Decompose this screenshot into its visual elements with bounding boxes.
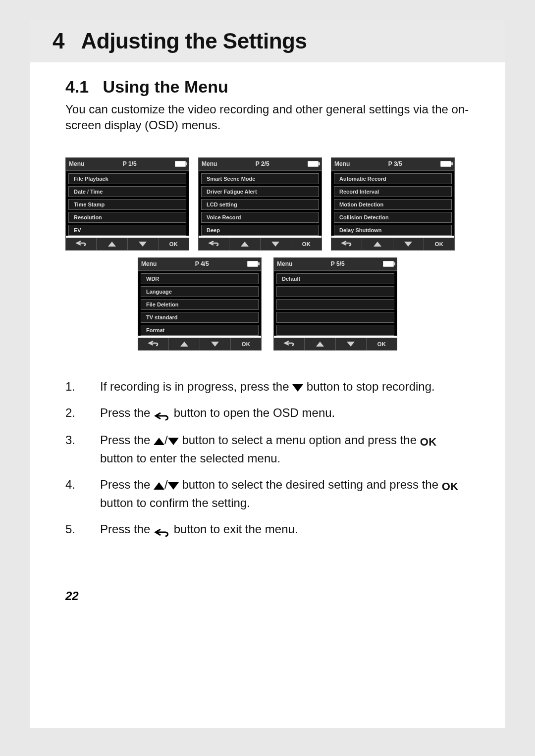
- section-title-text: Using the Menu: [103, 77, 228, 96]
- instruction-step: 1. If recording is in progress, press th…: [65, 378, 470, 396]
- osd-navbar: OK: [331, 238, 454, 250]
- chapter-title: 4 Adjusting the Settings: [53, 29, 307, 53]
- osd-item: Record Interval: [334, 186, 452, 197]
- osd-page-indicator: P 4/5: [157, 260, 247, 267]
- down-icon: [292, 384, 303, 392]
- step-number: 5.: [65, 521, 80, 540]
- step-number: 1.: [65, 378, 80, 396]
- osd-item: Time Stamp: [68, 199, 186, 210]
- down-icon: [200, 338, 231, 350]
- osd-navbar: OK: [199, 238, 321, 250]
- osd-menu-label: Menu: [202, 160, 217, 167]
- section-number: 4.1: [65, 77, 89, 96]
- osd-item: Collision Detection: [334, 212, 452, 223]
- down-icon: [393, 238, 424, 250]
- osd-titlebar: Menu P 3/5: [331, 158, 454, 171]
- osd-screen: Menu P 3/5 Automatic Record Record Inter…: [331, 157, 455, 251]
- up-icon: [362, 238, 393, 250]
- osd-titlebar: Menu P 2/5: [199, 158, 321, 171]
- instruction-step: 4. Press the / button to select the desi…: [65, 476, 470, 512]
- down-icon: [168, 438, 179, 445]
- osd-item: [276, 312, 394, 323]
- down-icon: [261, 238, 291, 250]
- back-icon: [66, 238, 97, 250]
- up-icon: [305, 338, 335, 350]
- back-icon: [138, 338, 169, 350]
- osd-page-indicator: P 1/5: [84, 160, 175, 167]
- osd-page-indicator: P 2/5: [217, 160, 308, 167]
- osd-screen: Menu P 5/5 Default OK: [273, 257, 397, 351]
- osd-item: Motion Detection: [334, 199, 452, 210]
- instruction-list: 1. If recording is in progress, press th…: [65, 378, 470, 540]
- osd-item: WDR: [141, 273, 259, 284]
- section-title: 4.1 Using the Menu: [65, 77, 505, 97]
- step-number: 2.: [65, 404, 80, 423]
- osd-navbar: OK: [138, 338, 261, 350]
- back-icon: [154, 522, 170, 540]
- osd-item: Default: [276, 273, 394, 284]
- up-icon: [229, 238, 260, 250]
- battery-icon: [247, 261, 258, 267]
- osd-item: Language: [141, 286, 259, 297]
- instruction-step: 3. Press the / button to select a menu o…: [65, 432, 470, 467]
- step-text: Press the / button to select the desired…: [100, 476, 470, 512]
- osd-row-bottom: Menu P 4/5 WDR Language File Deletion TV…: [65, 257, 470, 351]
- osd-item: Format: [141, 325, 259, 336]
- osd-page-indicator: P 3/5: [350, 160, 440, 167]
- osd-screen: Menu P 4/5 WDR Language File Deletion TV…: [138, 257, 262, 351]
- step-text: Press the / button to select a menu opti…: [100, 432, 470, 467]
- ok-icon: OK: [420, 434, 437, 450]
- osd-item: Voice Record: [201, 212, 319, 223]
- intro-paragraph: You can customize the video recording an…: [65, 101, 470, 134]
- battery-icon: [175, 161, 186, 167]
- osd-navbar: OK: [274, 338, 397, 350]
- osd-menu-label: Menu: [334, 160, 350, 167]
- osd-item: [276, 299, 394, 310]
- up-icon: [154, 482, 164, 490]
- osd-item: LCD setting: [201, 199, 319, 210]
- battery-icon: [308, 161, 319, 167]
- osd-item: Resolution: [68, 212, 186, 223]
- ok-label: OK: [367, 338, 397, 350]
- osd-screen: Menu P 2/5 Smart Scene Mode Driver Fatig…: [198, 157, 322, 251]
- chapter-number: 4: [53, 29, 64, 53]
- osd-item: [276, 286, 394, 297]
- ok-label: OK: [424, 238, 454, 250]
- back-icon: [274, 338, 305, 350]
- osd-menu-label: Menu: [141, 260, 157, 267]
- osd-page-indicator: P 5/5: [292, 260, 383, 267]
- instruction-step: 2. Press the button to open the OSD menu…: [65, 404, 470, 423]
- down-icon: [128, 238, 159, 250]
- chapter-heading-bar: 4 Adjusting the Settings: [30, 20, 505, 62]
- osd-items: WDR Language File Deletion TV standard F…: [138, 271, 261, 336]
- ok-label: OK: [231, 338, 261, 350]
- osd-screen: Menu P 1/5 File Playback Date / Time Tim…: [65, 157, 189, 251]
- ok-label: OK: [291, 238, 321, 250]
- osd-items: File Playback Date / Time Time Stamp Res…: [66, 171, 189, 236]
- osd-item: Driver Fatigue Alert: [201, 186, 319, 197]
- osd-item: Automatic Record: [334, 173, 452, 184]
- step-text: Press the button to exit the menu.: [100, 521, 470, 540]
- back-icon: [331, 238, 362, 250]
- back-icon: [154, 406, 170, 423]
- instruction-step: 5. Press the button to exit the menu.: [65, 521, 470, 540]
- battery-icon: [383, 261, 394, 267]
- manual-page: 4 Adjusting the Settings 4.1 Using the M…: [30, 20, 505, 728]
- down-icon: [168, 482, 179, 490]
- osd-item: File Playback: [68, 173, 186, 184]
- down-icon: [336, 338, 367, 350]
- osd-menu-label: Menu: [277, 260, 292, 267]
- osd-item: Smart Scene Mode: [201, 173, 319, 184]
- osd-item: EV: [68, 225, 186, 236]
- osd-item: Delay Shutdown: [334, 225, 452, 236]
- up-icon: [154, 438, 164, 445]
- osd-titlebar: Menu P 4/5: [138, 258, 261, 271]
- osd-screenshot-group: Menu P 1/5 File Playback Date / Time Tim…: [65, 157, 470, 351]
- up-icon: [169, 338, 200, 350]
- osd-menu-label: Menu: [69, 160, 84, 167]
- osd-item: TV standard: [141, 312, 259, 323]
- ok-icon: OK: [442, 479, 459, 495]
- page-number: 22: [65, 589, 505, 603]
- osd-titlebar: Menu P 1/5: [66, 158, 189, 171]
- osd-item: Beep: [201, 225, 319, 236]
